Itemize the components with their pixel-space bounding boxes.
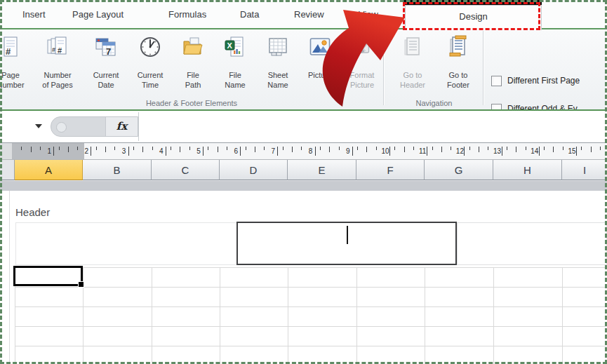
checkbox-label: Different First Page [507,76,580,86]
grid-line-horizontal [15,306,607,307]
format-picture-icon [350,35,374,59]
ruler-major-tick [240,147,241,156]
ruler-minor-tick [142,147,143,152]
ruler-major-tick [166,147,166,156]
go-to-footer-button[interactable]: Go to Footer [436,32,480,105]
name-box-dropdown-icon[interactable] [35,124,42,128]
ruler-major-tick [203,147,204,156]
button-label: Number of Pages [34,70,81,90]
page-top-margin-strip [0,181,607,191]
picture-button[interactable]: Picture [302,32,338,105]
ruler-minor-tick [180,147,180,152]
page-layout-ruler: 123456789101112131415 [0,143,607,160]
header-center-section[interactable] [236,222,457,265]
tab-insert[interactable]: Insert [22,9,46,20]
header-right-section[interactable] [457,222,607,265]
ruler-minor-tick [68,147,69,152]
column-header-E[interactable]: E [288,160,356,180]
formula-bar-separator [138,112,139,141]
page-left-edge [9,191,10,364]
header-area-label: Header [15,206,50,218]
ruler-minor-tick [544,147,545,150]
ruler-minor-tick [600,147,601,150]
tab-page-layout[interactable]: Page Layout [72,9,124,20]
ruler-minor-tick [292,147,293,152]
ruler-minor-tick [301,147,302,150]
sheet-name-icon [266,35,290,59]
page-number-button[interactable]: # Page Number [0,32,32,105]
file-path-button[interactable]: File Path [173,32,213,105]
ruler-major-tick [91,147,91,156]
ruler-minor-tick [469,147,470,150]
column-header-C[interactable]: C [152,160,220,180]
ruler-minor-tick [208,147,208,150]
ruler-major-tick [502,147,502,156]
file-name-button[interactable]: X File Name [215,32,255,105]
ruler-number: 15 [565,147,579,155]
ruler-minor-tick [507,147,507,150]
current-time-button[interactable]: Current Time [130,32,171,105]
column-header-B[interactable]: B [83,160,152,180]
button-label: File Name [215,70,255,90]
go-to-header-button[interactable]: Go to Header [390,32,435,105]
ruler-major-tick [389,147,390,156]
column-header-corner [0,160,15,180]
grid-line-horizontal [15,287,607,288]
ruler-minor-tick [218,147,218,152]
ruler-number: 4 [154,147,168,155]
ruler-minor-tick [366,147,367,152]
ruler-minor-tick [451,147,451,150]
grid-line-vertical [152,267,152,364]
grid-line-vertical [288,267,288,364]
selected-cell[interactable] [13,266,83,286]
tab-data[interactable]: Data [240,9,259,20]
formula-input[interactable] [140,111,607,142]
fx-icon: fx [116,120,127,133]
ruler-number: 13 [491,147,505,155]
tab-review[interactable]: Review [294,9,324,20]
ruler-number: 5 [192,147,206,155]
different-first-page-option: Different First Page [491,76,580,86]
ruler-minor-tick [394,147,395,150]
column-header-D[interactable]: D [220,160,288,180]
file-name-icon: X [223,35,247,59]
ruler-minor-tick [227,147,227,150]
column-header-G[interactable]: G [425,160,493,180]
ruler-major-tick [427,147,427,156]
ruler-minor-tick [581,147,582,150]
ruler-number: 3 [117,147,131,155]
column-header-H[interactable]: H [493,160,562,180]
button-label: Picture [302,70,338,80]
ruler-minor-tick [283,147,284,150]
tab-formulas[interactable]: Formulas [168,9,206,20]
ruler-minor-tick [189,147,190,150]
column-header-I[interactable]: I [562,160,607,180]
ruler-major-tick [464,147,465,156]
picture-icon [308,35,332,59]
sheet-name-button[interactable]: Sheet Name [256,32,300,105]
ruler-major-tick [53,147,54,156]
column-header-A[interactable]: A [15,160,83,180]
worksheet-page-area: Header [0,181,607,364]
ruler-minor-tick [432,147,433,150]
current-date-button[interactable]: 7 Current Date [84,32,128,105]
different-first-page-checkbox[interactable] [491,76,502,86]
number-of-pages-button[interactable]: # # Number of Pages [34,32,81,105]
column-header-F[interactable]: F [356,160,425,180]
ruler-major-tick [315,147,316,156]
tab-view[interactable]: View [359,9,378,20]
button-label: Current Date [84,70,128,90]
format-picture-button[interactable]: Format Picture [340,32,385,105]
insert-function-button[interactable]: fx [105,117,138,136]
grid-line-horizontal [15,267,607,268]
design-tab-highlight-box [403,2,540,30]
ruler-minor-tick [21,147,22,150]
ruler-minor-tick [77,147,78,150]
ruler-number: 8 [304,147,318,155]
header-left-section[interactable] [15,222,237,265]
ruler-major-tick [277,147,278,156]
ruler-minor-tick [105,147,106,152]
fill-handle[interactable] [78,281,84,288]
ruler-minor-tick [591,147,592,152]
svg-text:7: 7 [106,46,111,57]
